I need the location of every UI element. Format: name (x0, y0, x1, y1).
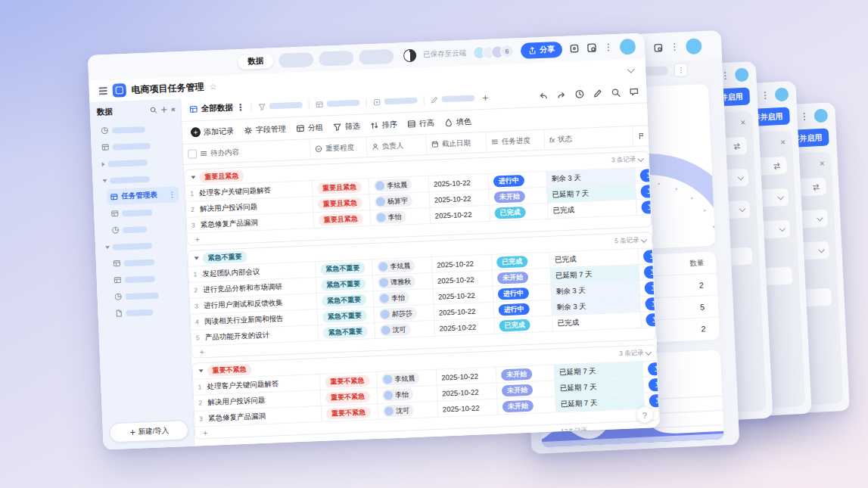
more-menu-icon[interactable]: ⋮ (236, 103, 245, 112)
progress-badge: 未开始 (501, 368, 533, 381)
urge-now-button[interactable]: 立即催办 (646, 312, 656, 326)
priority-tag: 紧急不重要 (320, 262, 366, 275)
sidebar-item-task-table[interactable]: 任务管理表 ⋮ (107, 186, 179, 205)
avatar (381, 325, 390, 334)
more-menu-icon[interactable]: ⋮ (604, 42, 613, 51)
urge-now-button[interactable]: 立即催办 (649, 393, 659, 407)
chevron-down-icon (777, 193, 783, 199)
comment-icon[interactable] (629, 86, 639, 97)
column-header-priority[interactable]: 重要程度 (310, 137, 367, 159)
sidebar-item[interactable] (111, 303, 184, 322)
chevron-down-icon[interactable] (646, 350, 652, 356)
menu-icon[interactable] (99, 87, 107, 95)
progress-badge: 已完成 (494, 206, 526, 219)
table-icon (114, 275, 122, 284)
view-tab-placeholder[interactable] (315, 98, 359, 108)
add-icon[interactable] (160, 106, 168, 113)
more-menu-icon[interactable]: ⋮ (168, 191, 176, 198)
priority-tag: 紧急不重要 (322, 325, 368, 338)
tab-data[interactable]: 数据 (238, 54, 274, 70)
sidebar-section-label: 数据 (97, 107, 114, 118)
widget-icon[interactable] (569, 43, 580, 54)
more-menu-icon[interactable]: ⋮ (674, 63, 688, 77)
chevron-down-icon[interactable] (641, 237, 647, 243)
placeholder-bar (126, 309, 153, 315)
avatar[interactable] (735, 67, 749, 82)
priority-tag: 紧急不重要 (322, 309, 368, 322)
column-header-status[interactable]: fx状态 (543, 126, 633, 150)
search-icon[interactable] (150, 106, 157, 113)
column-header-progress[interactable]: 任务进度 (485, 130, 544, 152)
grid-icon[interactable] (586, 42, 598, 54)
row-height-button[interactable]: 行高 (407, 117, 435, 129)
column-header-due-date[interactable]: 截止日期 (425, 132, 486, 154)
more-menu-icon[interactable]: ⋮ (761, 91, 770, 101)
sidebar-item[interactable] (109, 253, 182, 272)
view-tab-all-data[interactable]: 全部数据 ⋮ (189, 102, 246, 115)
checkbox[interactable] (188, 149, 197, 158)
collapse-sidebar-icon[interactable]: « (171, 105, 176, 113)
redo-icon[interactable] (556, 89, 567, 100)
group-button[interactable]: 分组 (296, 122, 324, 133)
undo-icon[interactable] (538, 90, 549, 101)
avatar[interactable] (686, 38, 702, 54)
more-menu-icon[interactable]: ⋮ (670, 42, 680, 52)
add-record-button[interactable]: +添加记录 (191, 126, 235, 138)
more-menu-icon[interactable]: ⋮ (800, 112, 810, 122)
avatar (377, 213, 386, 222)
person-icon (372, 143, 379, 151)
priority-tag: 重要不紧急 (325, 390, 371, 403)
tab-placeholder[interactable] (359, 48, 394, 64)
sidebar-item[interactable] (108, 219, 181, 238)
chevron-down-icon (739, 205, 745, 211)
field-manage-button[interactable]: 字段管理 (244, 123, 287, 135)
urge-now-button[interactable]: 立即催办 (641, 199, 652, 213)
table-icon (101, 143, 110, 151)
chevron-down-icon[interactable] (637, 156, 643, 162)
chevron-down-icon (818, 246, 824, 252)
sidebar-folder-expanded[interactable] (102, 236, 182, 255)
avatar[interactable] (814, 109, 828, 123)
chevron-down-icon[interactable] (627, 66, 635, 73)
fill-color-button[interactable]: 填色 (443, 116, 471, 127)
sidebar-item[interactable] (107, 203, 180, 222)
sidebar-item[interactable] (110, 286, 183, 305)
user-avatar[interactable] (620, 38, 636, 54)
dashboard-icon (101, 126, 109, 135)
tab-placeholder[interactable] (319, 50, 354, 66)
table-icon (113, 259, 121, 267)
urge-now-button[interactable]: 立即催办 (645, 296, 656, 310)
urge-now-button[interactable]: 立即催办 (640, 183, 652, 197)
view-tab-placeholder[interactable] (430, 94, 474, 104)
sidebar-folder-expanded[interactable] (99, 169, 179, 188)
new-import-button[interactable]: 新建/导入 (109, 420, 188, 443)
close-icon[interactable]: × (740, 118, 746, 127)
collaborator-avatars[interactable]: 6 (473, 44, 515, 59)
sidebar-item[interactable] (110, 269, 182, 288)
edit-icon[interactable] (593, 88, 603, 98)
theme-toggle-icon[interactable] (403, 48, 417, 62)
history-icon[interactable] (574, 89, 585, 99)
sidebar-folder-collapsed[interactable] (98, 153, 178, 172)
close-icon[interactable]: × (780, 138, 786, 147)
add-view-icon[interactable]: + (482, 92, 488, 103)
grid-icon[interactable] (653, 42, 664, 53)
share-button[interactable]: 分享 (521, 41, 563, 58)
sidebar-item[interactable] (97, 120, 176, 138)
urge-now-button[interactable]: 立即催办 (649, 377, 660, 391)
favorite-star-icon[interactable]: ☆ (209, 82, 216, 92)
sort-button[interactable]: 排序 (370, 119, 398, 130)
caret-down-icon (194, 256, 199, 260)
close-icon[interactable]: × (820, 159, 826, 168)
search-icon[interactable] (611, 87, 621, 98)
filter-button[interactable]: 筛选 (333, 120, 361, 132)
view-tab-placeholder[interactable] (372, 96, 417, 106)
view-tab-placeholder[interactable] (258, 101, 303, 110)
column-header-content[interactable]: 待办内容 (183, 139, 310, 164)
tab-placeholder[interactable] (278, 52, 314, 68)
row-height-icon (407, 119, 416, 128)
column-header-owner[interactable]: 负责人 (366, 135, 426, 157)
avatar[interactable] (775, 88, 789, 102)
sidebar-item[interactable] (98, 136, 177, 155)
data-table: 待办内容 重要程度 负责人 截止日期 任务进度 fx状态 催办 + 重要且紧急 (183, 126, 661, 446)
